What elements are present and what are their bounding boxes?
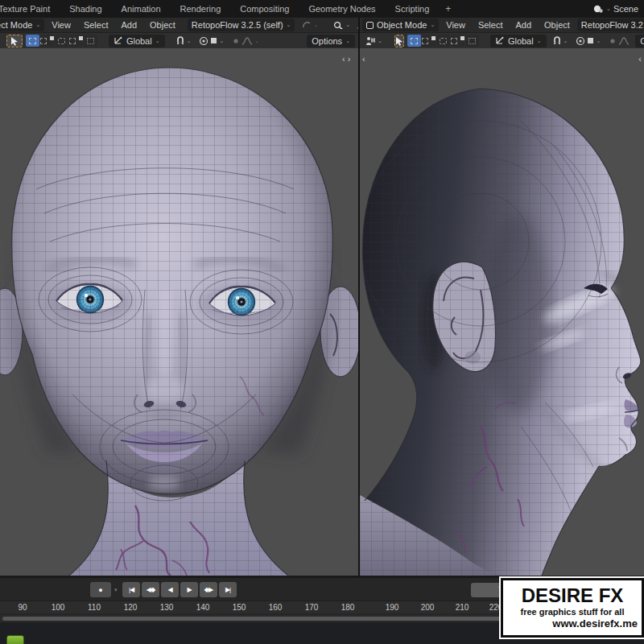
proportional-edit-dropdown[interactable]: ⌄ [573, 35, 603, 47]
show-gizmo-dropdown[interactable]: ⌄ [330, 20, 353, 31]
menu-view[interactable]: View [440, 20, 471, 30]
mode-label: Object Mode [0, 20, 32, 30]
menu-add[interactable]: Add [115, 20, 142, 30]
front-view-model [0, 48, 358, 576]
menu-select[interactable]: Select [473, 20, 509, 30]
dropdown-caret: ⌄ [254, 38, 259, 44]
dropdown-caret: ⌄ [313, 22, 318, 28]
region-collapse-left-icon[interactable]: ‹ › [342, 55, 350, 63]
viewport-front[interactable]: ‹ › [0, 48, 358, 576]
cursor-icon [10, 36, 19, 46]
box-fill-icon [431, 36, 436, 40]
menu-add[interactable]: Add [510, 20, 537, 30]
falloff-dot-icon [232, 37, 240, 45]
play-reverse-button[interactable]: ◀ [161, 582, 179, 597]
proportional-square-icon [210, 37, 217, 44]
menu-view[interactable]: View [46, 20, 76, 30]
tweak-tool-button[interactable] [6, 35, 23, 47]
profile-head-group [360, 48, 644, 576]
viewport-profile[interactable]: ‹ ‹ [360, 48, 644, 576]
retopoflow-menu[interactable]: RetopoFlow 3.2.5 (self) ⌄ [188, 19, 295, 31]
tab-animation[interactable]: Animation [112, 0, 171, 18]
region-expand-right-icon[interactable]: ‹ [362, 55, 365, 63]
dropdown-caret: ⌄ [564, 38, 568, 44]
ruler-label: 110 [88, 603, 101, 612]
ruler-label: 100 [52, 603, 65, 612]
select-box-button[interactable] [422, 35, 436, 47]
select-circle-button[interactable] [55, 35, 68, 47]
options-label: Options [640, 36, 644, 46]
proportional-edit-dropdown[interactable]: ⌄ [196, 35, 226, 47]
topbar: Texture Paint Shading Animation Renderin… [0, 0, 644, 18]
next-keyframe-button[interactable]: ◆▶ [200, 582, 217, 597]
tweak-tool-button[interactable] [394, 35, 404, 47]
scene-selector[interactable]: ⌄ Scene [592, 0, 644, 18]
select-box-button[interactable] [40, 35, 54, 47]
select-lasso-button[interactable] [69, 35, 83, 47]
box-select-icon [40, 38, 47, 44]
snap-magnet-icon [175, 36, 185, 46]
mode-dropdown[interactable]: Object Mode ⌄ [0, 19, 44, 31]
mode-label: Object Mode [377, 20, 427, 30]
tab-texture-paint[interactable]: Texture Paint [0, 0, 60, 18]
proportional-edit-icon [576, 36, 585, 46]
snapping-dropdown[interactable]: ⌄ [550, 35, 571, 47]
ruler-label: 90 [18, 603, 27, 612]
menu-select[interactable]: Select [78, 20, 114, 30]
add-workspace-button[interactable]: + [439, 0, 457, 18]
desirefx-watermark: DESIRE FX free graphics stuff for all ww… [501, 578, 644, 638]
options-dropdown[interactable]: Options ⌄ [307, 35, 355, 47]
jump-to-start-button[interactable]: |◀ [122, 582, 140, 597]
ruler-label: 170 [305, 603, 319, 612]
tab-compositing[interactable]: Compositing [230, 0, 299, 18]
editor-type-icon [365, 36, 376, 46]
snapping-dropdown[interactable]: ⌄ [173, 35, 194, 47]
select-lasso-button[interactable] [451, 35, 464, 47]
falloff-dropdown[interactable] [606, 36, 632, 46]
status-green-icon [6, 635, 24, 644]
orientation-dropdown[interactable]: Global ⌄ [490, 35, 547, 47]
ruler-label: 190 [386, 603, 399, 612]
tab-scripting[interactable]: Scripting [386, 0, 440, 18]
options-dropdown[interactable]: Options ⌄ [635, 35, 644, 47]
retopoflow-menu[interactable]: RetopoFlow 3.2.5 (self) ⌄ [577, 19, 644, 31]
select-extend-button[interactable] [84, 35, 97, 47]
transform-pivot-dropdown[interactable]: ⌄ [299, 20, 320, 30]
editor-split-divider[interactable] [358, 18, 360, 576]
tab-shading[interactable]: Shading [60, 0, 111, 18]
dropdown-caret: ⌄ [345, 22, 350, 28]
select-circle-button[interactable] [436, 35, 450, 47]
left-header-tools: ⌄ Global ⌄ [0, 33, 358, 48]
play-button[interactable]: ▶ [180, 582, 198, 597]
watermark-brand: DESIRE FX [507, 585, 638, 606]
gizmo-icon [332, 21, 344, 30]
menu-object[interactable]: Object [144, 20, 181, 30]
select-tweak-button[interactable] [407, 35, 421, 47]
keying-dropdown-caret[interactable]: ▾ [113, 587, 119, 593]
dropdown-caret: ⌄ [287, 22, 291, 28]
previous-keyframe-button[interactable]: ◀◆ [142, 582, 159, 597]
mode-dropdown[interactable]: Object Mode ⌄ [362, 19, 439, 31]
select-extend-button[interactable] [465, 35, 479, 47]
region-collapse-far-right-icon[interactable]: ‹ [638, 55, 642, 63]
ruler-label: 180 [341, 603, 355, 612]
lasso-fill-icon [460, 36, 464, 40]
select-tweak-button[interactable] [26, 35, 39, 47]
ruler-label: 160 [269, 603, 283, 612]
orientation-dropdown[interactable]: Global ⌄ [109, 35, 165, 47]
retopoflow-label: RetopoFlow 3.2.5 (self) [581, 20, 644, 30]
menu-object[interactable]: Object [539, 20, 576, 30]
dropdown-caret: ⌄ [345, 38, 350, 44]
orientation-label: Global [126, 36, 152, 46]
dropdown-caret: ⌄ [155, 38, 160, 44]
jump-to-end-button[interactable]: ▶| [219, 582, 237, 597]
auto-keying-record-button[interactable]: ● [90, 582, 111, 597]
editor-type-dropdown[interactable]: ⌄ [362, 35, 385, 47]
front-head-group [0, 48, 358, 576]
tab-geometry-nodes[interactable]: Geometry Nodes [299, 0, 385, 18]
watermark-tagline: free graphics stuff for all [507, 606, 638, 617]
editor-type-dropdown[interactable]: ⌄ [0, 35, 3, 47]
tab-rendering[interactable]: Rendering [171, 0, 231, 18]
box-select-icon [422, 38, 428, 44]
falloff-dropdown[interactable]: ⌄ [229, 36, 262, 46]
